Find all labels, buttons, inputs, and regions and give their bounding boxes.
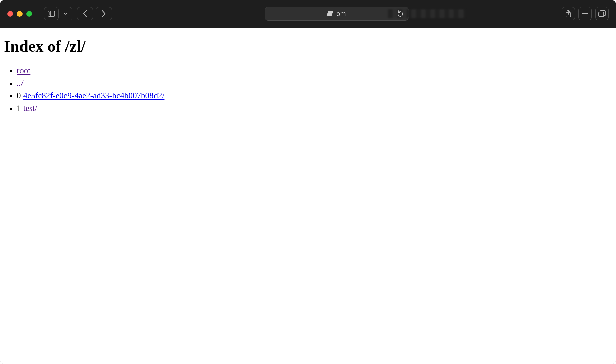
navigation-buttons	[77, 7, 112, 20]
sidebar-icon	[48, 11, 55, 17]
item-index: 0	[17, 91, 23, 100]
list-item: root	[17, 64, 613, 77]
address-text-fragment: om	[336, 10, 346, 18]
chevron-right-icon	[101, 10, 106, 17]
svg-rect-0	[48, 11, 55, 16]
list-item: 0 4e5fc82f-e0e9-4ae2-ad33-bc4b007b08d2/	[17, 89, 613, 102]
browser-window: om	[0, 0, 616, 364]
toolbar-right-controls	[562, 7, 609, 20]
page-content: Index of /zl/ root ../ 0 4e5fc82f-e0e9-4…	[0, 28, 616, 364]
link-root[interactable]: root	[17, 66, 30, 75]
tabs-overview-button[interactable]	[595, 7, 609, 20]
share-button[interactable]	[562, 7, 575, 20]
back-button[interactable]	[77, 7, 93, 20]
plus-icon	[582, 10, 588, 17]
close-window-button[interactable]	[7, 11, 13, 17]
list-item: 1 test/	[17, 102, 613, 115]
link-uuid-dir[interactable]: 4e5fc82f-e0e9-4ae2-ad33-bc4b007b08d2/	[23, 91, 165, 100]
svg-rect-9	[599, 12, 604, 17]
window-controls	[7, 11, 32, 17]
maximize-window-button[interactable]	[26, 11, 32, 17]
link-test-dir[interactable]: test/	[23, 104, 37, 113]
directory-list: root ../ 0 4e5fc82f-e0e9-4ae2-ad33-bc4b0…	[3, 64, 613, 115]
tabs-icon	[598, 10, 606, 17]
sidebar-dropdown-button[interactable]	[59, 7, 72, 20]
link-parent-dir[interactable]: ../	[17, 79, 23, 88]
chevron-left-icon	[83, 10, 87, 17]
minimize-window-button[interactable]	[17, 11, 23, 17]
forward-button[interactable]	[96, 7, 112, 20]
browser-toolbar: om	[0, 0, 616, 28]
new-tab-button[interactable]	[578, 7, 592, 20]
item-index: 1	[17, 104, 23, 113]
reload-button[interactable]	[397, 10, 404, 17]
sidebar-toggle-button[interactable]	[44, 7, 59, 20]
site-indicator-icon	[327, 11, 333, 16]
share-icon	[565, 10, 572, 18]
page-title: Index of /zl/	[4, 37, 613, 55]
list-item: ../	[17, 77, 613, 90]
address-content: om	[327, 10, 346, 18]
reload-icon	[397, 10, 404, 17]
address-bar[interactable]: om	[265, 7, 409, 21]
chevron-down-icon	[63, 12, 68, 15]
